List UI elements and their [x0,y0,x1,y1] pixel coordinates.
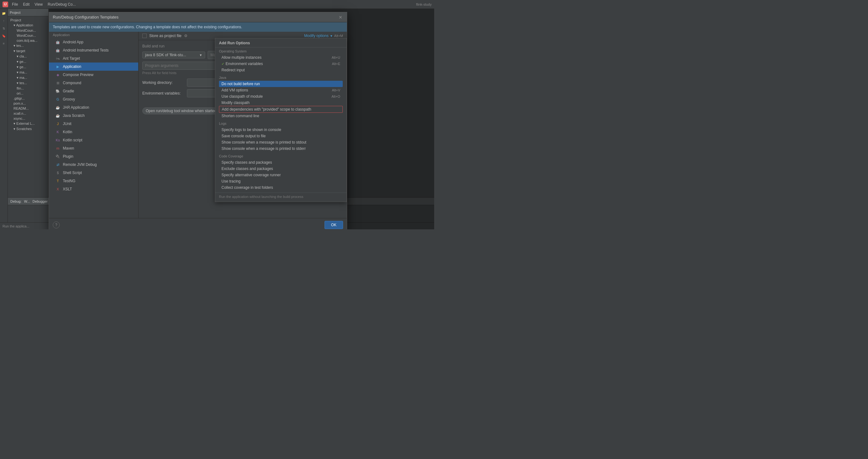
config-item-maven[interactable]: mMaven [49,144,138,152]
tree-item-cla---[interactable]: ▾ cla... [8,54,49,59]
config-item-remote-jvm-debug[interactable]: ⇄Remote JVM Debug [49,160,138,169]
popup-item-label-specify-classes: Specify classes and packages [221,160,272,164]
tree-item-ma---[interactable]: ▾ ma... [8,75,49,81]
config-item-plugin[interactable]: 🔌Plugin [49,152,138,160]
tree-item-ma---[interactable]: ▾ ma... [8,70,49,75]
menu-view[interactable]: View [35,2,43,7]
config-item-testng[interactable]: TTestNG [49,177,138,185]
ok-button[interactable]: OK [324,221,343,229]
info-bar-text: Templates are used to create new configu… [53,25,242,29]
popup-item-do-not-build[interactable]: Do not build before run [219,81,343,87]
config-item-application[interactable]: ▶Application [49,63,138,71]
tree-item-xcall-n---[interactable]: xcall.n... [8,111,49,116]
popup-item-label-collect-coverage-tests: Collect coverage in test folders [221,185,273,190]
tree-item-ge---[interactable]: ▾ ge... [8,64,49,70]
tree-item-readm---[interactable]: READM... [8,106,49,111]
env-variables-label: Environment variables: [142,91,183,95]
menu-file[interactable]: File [12,2,18,7]
config-item-jar-application[interactable]: ☕JAR Application [49,103,138,112]
tree-item-external-l---[interactable]: ▾ External L... [8,121,49,126]
commit-icon[interactable]: ↑ [1,18,7,24]
popup-item-label-exclude-classes: Exclude classes and packages [221,166,273,171]
tree-item-scratches[interactable]: ▾ Scratches [8,126,49,132]
config-item-junit[interactable]: JJUnit [49,120,138,128]
menu-edit[interactable]: Edit [23,2,30,7]
ant-icon: 🐜 [55,56,60,61]
project-icon[interactable]: 📁 [1,10,7,16]
popup-section-label: Logs [219,122,343,125]
config-item-android-instrumented[interactable]: 🤖Android Instrumented Tests [49,46,138,54]
help-button[interactable]: ? [53,221,60,228]
popup-item-collect-coverage-tests[interactable]: Collect coverage in test folders [219,184,343,191]
tree-item-com-itclj-wa---[interactable]: com.itclj.wa... [8,38,49,43]
config-item-gradle[interactable]: 🐘Gradle [49,87,138,95]
popup-item-env-variables[interactable]: ✓Environment variablesAlt+E [219,61,343,67]
popup-section-label: Java [219,76,343,80]
popup-item-exclude-classes[interactable]: Exclude classes and packages [219,165,343,172]
bookmarks-icon[interactable]: 🔖 [1,33,7,39]
add-run-options-title: Add Run Options [215,38,346,48]
popup-item-redirect-input[interactable]: Redirect input [219,67,343,73]
tree-item-pom-x---[interactable]: pom.x... [8,101,49,106]
debugger-label: Debugger [32,200,48,203]
popup-item-label-specify-coverage-runner: Specify alternative coverage runner [221,173,281,177]
gear-icon[interactable]: ⚙ [184,34,188,38]
tree-item-ge---[interactable]: ▾ ge... [8,59,49,64]
testng-icon: T [55,179,60,183]
popup-item-specify-coverage-runner[interactable]: Specify alternative coverage runner [219,172,343,178]
tree-item-ori---[interactable]: ori... [8,91,49,96]
sdk-value: java 8 SDK of 'flink-stu... [145,53,186,57]
config-item-java-scratch[interactable]: ☕Java Scratch [49,112,138,120]
tree-item-project[interactable]: Project [8,18,49,23]
pull-request-icon[interactable]: ⇅ [1,25,7,31]
tree-item--gitigr---[interactable]: .gitigr... [8,96,49,101]
add-run-options-popup: Add Run OptionsOperating SystemAllow mul… [215,38,347,202]
config-item-xslt[interactable]: XXSLT [49,185,138,193]
config-item-label-kotlin-script: Kotlin script [63,138,82,142]
tree-item-xsync---[interactable]: xsync... [8,116,49,121]
modify-options-shortcut: Alt+M [334,34,343,38]
popup-item-add-vm-options[interactable]: Add VM optionsAlt+V [219,87,343,93]
popup-item-shorten-command[interactable]: Shorten command line [219,113,343,119]
popup-item-label-show-when-stdout: Show console when a message is printed t… [221,140,306,145]
popup-item-label-add-dependencies: Add dependencies with "provided" scope t… [222,107,311,112]
tree-item-tes---[interactable]: ▾ tes... [8,43,49,49]
popup-item-label-save-console-output: Save console output to file [221,134,266,138]
popup-item-save-console-output[interactable]: Save console output to file [219,133,343,139]
config-item-groovy[interactable]: GGroovy [49,95,138,103]
tree-item-application[interactable]: ▾ Application [8,23,49,28]
gradle-icon: 🐘 [55,89,60,94]
config-item-kotlin[interactable]: KKotlin [49,128,138,136]
config-item-compose-preview[interactable]: ◈Compose Preview [49,71,138,79]
dialog-info-bar: Templates are used to create new configu… [49,22,347,32]
config-item-compound[interactable]: ⊞Compound [49,79,138,87]
config-item-label-groovy: Groovy [63,97,75,101]
popup-item-show-when-stdout[interactable]: Show console when a message is printed t… [219,139,343,146]
popup-item-use-tracing[interactable]: Use tracing [219,178,343,184]
popup-item-add-dependencies[interactable]: Add dependencies with "provided" scope t… [219,106,343,113]
store-as-project-file-checkbox[interactable] [142,34,147,38]
tree-item-wordcoun---[interactable]: WordCoun... [8,28,49,33]
working-directory-label: Working directory: [142,81,183,85]
structure-icon[interactable]: ≡ [1,40,7,47]
tree-item-tes---[interactable]: ▾ tes... [8,81,49,86]
dialog-close-button[interactable]: ✕ [338,15,343,20]
tree-item-flin---[interactable]: flin... [8,86,49,91]
tree-item-wordcoun---[interactable]: WordCoun... [8,33,49,38]
sdk-dropdown[interactable]: java 8 SDK of 'flink-stu... ▼ [142,52,205,58]
config-item-ant-target[interactable]: 🐜Ant Target [49,54,138,63]
menu-run[interactable]: Run/Debug Co... [48,2,76,7]
popup-item-use-classpath[interactable]: Use classpath of moduleAlt+O [219,93,343,100]
popup-item-specify-classes[interactable]: Specify classes and packages [219,159,343,165]
config-item-kotlin-script[interactable]: KsKotlin script [49,136,138,144]
modify-options-button[interactable]: Modify options ▼ Alt+M [304,34,343,38]
config-item-android-app[interactable]: 🤖Android App [49,38,138,46]
popup-item-allow-multiple[interactable]: Allow multiple instancesAlt+U [219,54,343,61]
popup-item-modify-classpath[interactable]: Modify classpath [219,100,343,106]
tree-item-target[interactable]: ▾ target [8,49,49,54]
popup-item-show-when-stderr[interactable]: Show console when a message is printed t… [219,146,343,152]
check-icon-env-variables: ✓ [221,62,224,66]
project-panel: Project Project▾ Application WordCoun...… [8,9,49,230]
popup-item-specify-logs-console[interactable]: Specify logs to be shown in console [219,127,343,133]
config-item-shell-script[interactable]: $Shell Script [49,169,138,177]
